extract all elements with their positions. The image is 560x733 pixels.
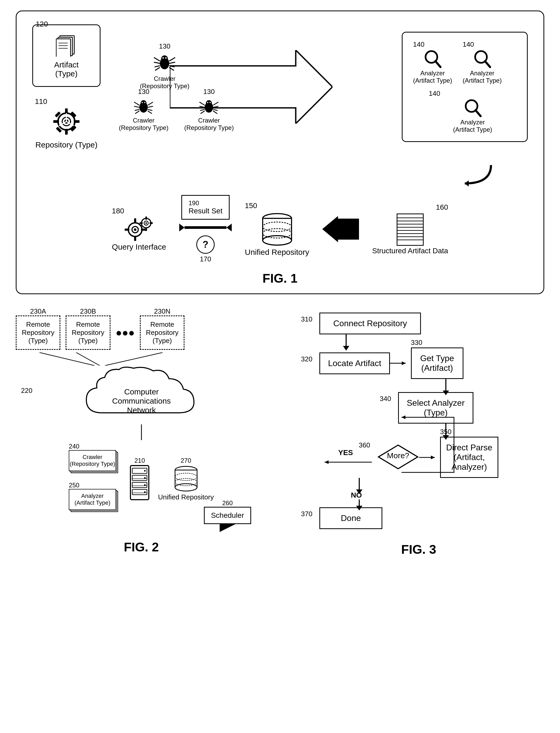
- fig2-title: FIG. 2: [16, 540, 267, 554]
- direct-parse-box: Direct Parse(Artifact,Analyzer): [440, 437, 498, 478]
- artifact-label: Artifact(Type): [46, 60, 87, 78]
- arrow-to-parse: [419, 453, 440, 461]
- query-interface-icon: [122, 215, 156, 241]
- crawler-fig2-label: Crawler(Repository Type): [70, 454, 115, 467]
- svg-point-73: [145, 222, 147, 224]
- svg-rect-11: [74, 120, 80, 123]
- num-260: 260: [222, 499, 233, 507]
- svg-point-114: [144, 491, 146, 493]
- num-230N: 230N: [154, 307, 170, 315]
- get-type-box: Get Type(Artifact): [411, 347, 463, 379]
- svg-marker-120: [220, 524, 235, 532]
- structured-data-label: Structured Artifact Data: [372, 247, 448, 255]
- artifact-icon: [56, 33, 77, 57]
- svg-line-43: [148, 109, 152, 110]
- spider-top: [153, 50, 176, 74]
- num-370: 370: [301, 510, 312, 518]
- svg-line-49: [199, 102, 205, 105]
- yes-label: YES: [338, 449, 353, 457]
- svg-point-23: [162, 57, 164, 59]
- svg-line-37: [134, 102, 139, 105]
- svg-rect-76: [140, 222, 143, 224]
- connect-repo-box: Connect Repository: [319, 313, 421, 334]
- scheduler-box: Scheduler: [204, 507, 251, 524]
- num-110: 110: [35, 97, 101, 106]
- num-130a: 130: [159, 42, 170, 50]
- num-230B: 230B: [80, 307, 96, 315]
- svg-marker-122: [402, 361, 406, 365]
- svg-marker-124: [325, 460, 329, 464]
- done-box: Done: [319, 507, 382, 529]
- svg-point-34: [141, 100, 146, 106]
- svg-line-25: [154, 57, 160, 61]
- svg-line-30: [169, 62, 175, 64]
- num-220: 220: [21, 387, 32, 395]
- num-180: 180: [112, 207, 166, 215]
- yes-arrow: [319, 458, 372, 466]
- svg-line-41: [148, 102, 153, 105]
- line-from-cloud: [140, 424, 143, 440]
- ellipsis: ●●●: [116, 327, 135, 339]
- svg-line-55: [213, 109, 218, 110]
- num-140b: 140: [463, 40, 474, 49]
- svg-rect-75: [145, 228, 147, 231]
- svg-rect-87: [397, 214, 423, 245]
- num-320: 320: [301, 355, 312, 363]
- svg-point-66: [134, 228, 136, 231]
- remote-repo-a: RemoteRepository(Type): [16, 315, 60, 350]
- unified-repo-fig2-icon: [173, 464, 199, 493]
- result-set-label: Result Set: [188, 207, 222, 215]
- num-270: 270: [181, 457, 191, 464]
- svg-marker-63: [465, 180, 469, 187]
- svg-line-98: [105, 352, 163, 366]
- remote-repo-b: RemoteRepository(Type): [66, 315, 110, 350]
- fig1-title: FIG. 1: [32, 271, 528, 286]
- svg-line-50: [199, 106, 205, 107]
- svg-point-35: [142, 102, 143, 103]
- spider-left: [133, 96, 154, 117]
- svg-line-42: [148, 106, 153, 107]
- svg-point-22: [161, 55, 168, 62]
- num-140c: 140: [429, 89, 440, 98]
- query-circle: ?: [196, 235, 215, 254]
- num-150: 150: [245, 202, 257, 210]
- lines-to-cloud: [16, 352, 199, 366]
- svg-line-28: [155, 67, 160, 71]
- svg-line-54: [213, 106, 218, 107]
- svg-point-48: [210, 102, 211, 103]
- svg-rect-74: [145, 217, 147, 220]
- num-170: 170: [200, 255, 211, 263]
- svg-marker-78: [179, 224, 184, 231]
- num-190: 190: [188, 199, 222, 207]
- scheduler-corner: [220, 524, 235, 532]
- arrow-to-get-type: [390, 359, 411, 367]
- magnifier-2: [472, 49, 493, 70]
- locate-artifact-box: Locate Artifact: [319, 352, 390, 374]
- num-360: 360: [359, 441, 370, 449]
- unified-repo-label: Unified Repository: [245, 248, 309, 257]
- fig1-section: 120 Artifact(Type) 110: [16, 10, 544, 294]
- magnifier-3: [462, 98, 483, 119]
- svg-line-39: [135, 109, 140, 110]
- big-arrow-left: [322, 216, 359, 242]
- svg-rect-69: [125, 229, 129, 231]
- scheduler-label: Scheduler: [211, 511, 244, 519]
- svg-line-40: [135, 111, 139, 114]
- svg-marker-128: [431, 456, 435, 459]
- query-interface-label: Query Interface: [112, 242, 166, 251]
- fig2-section: 230A RemoteRepository(Type) 230B RemoteR…: [16, 307, 267, 557]
- cloud-icon: Computer Communications Network: [76, 366, 207, 423]
- bottom-section: 230A RemoteRepository(Type) 230B RemoteR…: [16, 307, 544, 557]
- svg-line-58: [436, 61, 441, 67]
- query-symbol: ?: [203, 239, 208, 250]
- svg-point-36: [144, 102, 146, 103]
- svg-point-112: [144, 477, 146, 479]
- analyzer-label-2: Analyzer(Artifact Type): [463, 70, 502, 84]
- crawler-bottom-right-label: Crawler(Repository Type): [184, 117, 234, 131]
- svg-rect-9: [65, 129, 68, 135]
- svg-point-111: [144, 470, 146, 472]
- svg-rect-2: [56, 39, 71, 57]
- svg-line-62: [476, 110, 480, 116]
- num-230A: 230A: [30, 307, 46, 315]
- double-arrow: [179, 221, 232, 234]
